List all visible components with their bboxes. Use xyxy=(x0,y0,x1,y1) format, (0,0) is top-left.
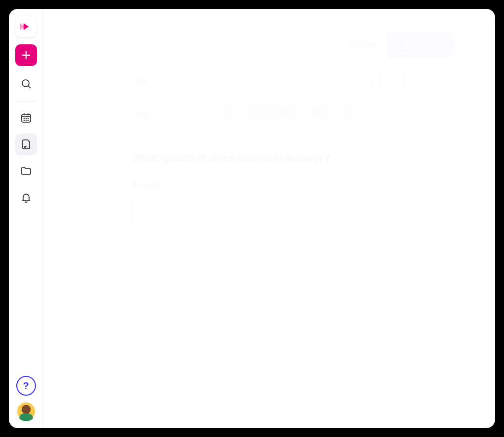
svg-point-7 xyxy=(28,120,28,121)
logo-icon xyxy=(19,21,33,32)
answer-label: Answer xyxy=(132,179,466,190)
sidebar: ? xyxy=(9,9,43,428)
tag-text: Crisis Communications Cheat Che xyxy=(212,108,347,119)
question-section: What question does this note answer? Ans… xyxy=(132,134,466,224)
app-frame: ? Cancel Save Title # Tags xyxy=(9,9,495,428)
svg-point-6 xyxy=(26,120,26,121)
help-label: ? xyxy=(23,380,29,392)
svg-rect-8 xyxy=(405,41,408,43)
plus-icon xyxy=(21,50,32,61)
nav-folder[interactable] xyxy=(15,160,37,182)
cancel-button[interactable]: Cancel xyxy=(344,37,379,53)
tag-remove-icon[interactable]: × xyxy=(352,108,358,119)
calendar-icon xyxy=(20,112,32,124)
nav-search[interactable] xyxy=(15,73,37,95)
answer-input[interactable] xyxy=(132,195,466,224)
hash-button[interactable]: # xyxy=(379,69,404,94)
save-label: Save xyxy=(417,39,440,51)
nav-notes[interactable] xyxy=(15,134,37,155)
user-avatar[interactable] xyxy=(16,402,36,421)
sidebar-bottom: ? xyxy=(9,376,43,421)
help-button[interactable]: ? xyxy=(16,376,36,396)
svg-point-0 xyxy=(22,80,29,87)
svg-point-5 xyxy=(24,120,24,121)
app-logo[interactable] xyxy=(15,16,37,37)
title-input[interactable] xyxy=(204,69,371,94)
nav-notifications[interactable] xyxy=(15,187,37,208)
svg-point-4 xyxy=(28,118,28,119)
tag-chip[interactable]: Crisis Communications Cheat Che × xyxy=(204,103,366,124)
title-label: Title xyxy=(132,76,196,87)
sidebar-divider xyxy=(16,101,36,102)
header-actions: Cancel Save xyxy=(344,33,454,58)
main-content: Cancel Save Title # Tags Crisis Communic… xyxy=(43,9,495,428)
question-title: What question does this note answer? xyxy=(132,152,466,165)
new-button[interactable] xyxy=(15,44,37,66)
folder-icon xyxy=(20,165,32,177)
save-button[interactable]: Save xyxy=(387,33,454,58)
bell-icon xyxy=(20,192,32,203)
svg-point-3 xyxy=(26,118,26,119)
note-form: Title # Tags Crisis Communications Cheat… xyxy=(132,69,466,224)
search-icon xyxy=(20,78,32,90)
save-icon xyxy=(401,40,412,51)
tags-row: Tags Crisis Communications Cheat Che × xyxy=(132,103,466,124)
nav-calendar[interactable] xyxy=(15,107,37,129)
tags-label: Tags xyxy=(132,108,196,119)
svg-point-2 xyxy=(24,118,24,119)
note-icon xyxy=(20,138,32,150)
title-row: Title # xyxy=(132,69,466,94)
